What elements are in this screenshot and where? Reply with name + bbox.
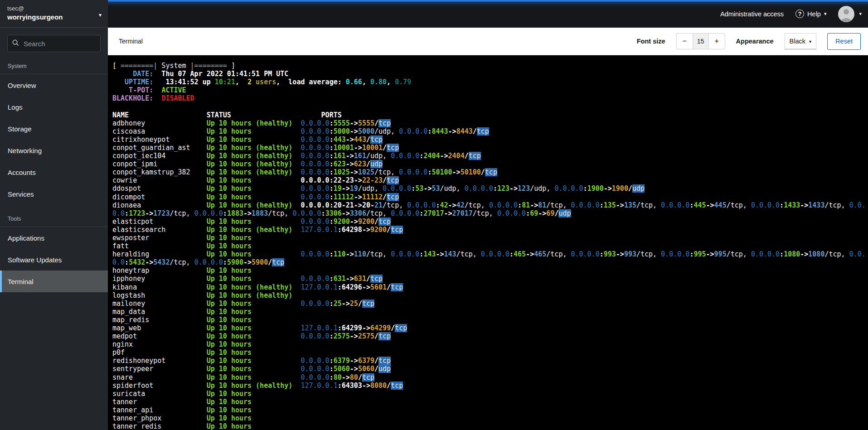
terminal-line: honeytrap Up 10 hours (112, 266, 868, 275)
terminal-line: 0.0:5432->5432/tcp, 0.0.0.0:5900->5900/t… (112, 258, 868, 266)
terminal-line: NAME STATUS PORTS (112, 111, 868, 119)
host-name: worryingsurgeon (7, 13, 101, 22)
terminal-line: T-POT: ACTIVE (112, 86, 868, 94)
sidebar-item-applications[interactable]: Applications (0, 227, 108, 249)
user-name: tsec@ (7, 5, 101, 13)
help-label: Help (807, 10, 821, 18)
terminal-line: suricata Up 10 hours (112, 390, 868, 398)
terminal-line: conpot_ipmi Up 10 hours (healthy) 0.0.0.… (112, 160, 868, 168)
terminal-toolbar: Terminal Font size − 15 + Appearance Bla… (108, 28, 868, 55)
terminal-line: sentrypeer Up 10 hours 0.0.0.0:5060->506… (112, 365, 868, 373)
terminal-line: ciscoasa Up 10 hours 0.0.0.0:5000->5000/… (112, 127, 868, 135)
terminal-line: snare Up 10 hours 0.0.0.0:80->80/tcp (112, 373, 868, 382)
terminal-line: p0f Up 10 hours (112, 348, 868, 357)
terminal-line (112, 102, 868, 111)
sidebar-item-software-updates[interactable]: Software Updates (0, 249, 108, 271)
page-title: Terminal (119, 38, 143, 45)
terminal-line: citrixhoneypot Up 10 hours 0.0.0.0:443->… (112, 135, 868, 144)
font-size-label: Font size (637, 38, 665, 45)
sidebar-item-services[interactable]: Services (0, 183, 108, 205)
chevron-down-icon: ▾ (99, 12, 102, 18)
session-menu[interactable]: ▾ (838, 6, 862, 22)
search-box[interactable] (7, 35, 101, 52)
terminal-line: adbhoney Up 10 hours (healthy) 0.0.0.0:5… (112, 119, 868, 127)
sidebar-item-accounts[interactable]: Accounts (0, 161, 108, 183)
font-size-increase-button[interactable]: + (709, 33, 725, 49)
terminal-line: kibana Up 10 hours (healthy) 127.0.0.1:6… (112, 283, 868, 291)
admin-access-button[interactable]: Administrative access (720, 10, 784, 18)
terminal-line: tanner_redis Up 10 hours (112, 422, 868, 430)
avatar (838, 6, 854, 22)
terminal-line: tanner_phpox Up 10 hours (112, 414, 868, 422)
terminal-line: ipphoney Up 10 hours 0.0.0.0:631->631/tc… (112, 275, 868, 283)
search-input[interactable] (23, 39, 96, 48)
help-menu[interactable]: ? Help ▾ (795, 10, 826, 18)
terminal-line: map_redis Up 10 hours (112, 316, 868, 324)
sidebar-item-label: Software Updates (8, 256, 62, 264)
terminal-line: tanner Up 10 hours (112, 398, 868, 406)
sidebar-item-label: Logs (8, 103, 23, 111)
sidebar-item-label: Accounts (8, 169, 36, 176)
terminal-line: dicompot Up 10 hours 0.0.0.0:11112->1111… (112, 193, 868, 201)
terminal-line: 0.0:1723->1723/tcp, 0.0.0.0:1883->1883/t… (112, 209, 868, 217)
terminal-line: dionaea Up 10 hours (healthy) 0.0.0.0:20… (112, 201, 868, 209)
font-size-decrease-button[interactable]: − (676, 33, 693, 49)
terminal-line: BLACKHOLE: DISABLED (112, 94, 868, 102)
terminal-line: UPTIME: 13:41:52 up 10:21, 2 users, load… (112, 78, 868, 86)
terminal-line: nginx Up 10 hours (112, 340, 868, 348)
sidebar: tsec@ worryingsurgeon ▾ SystemOverviewLo… (0, 0, 108, 430)
terminal-line: cowrie Up 10 hours 0.0.0.0:22-23->22-23/… (112, 176, 868, 184)
sidebar-item-networking[interactable]: Networking (0, 140, 108, 161)
chevron-down-icon: ▾ (809, 39, 811, 44)
sidebar-item-storage[interactable]: Storage (0, 118, 108, 140)
sidebar-section-label: Tools (0, 216, 108, 222)
terminal-pane[interactable]: [ ========| System |======== ] DATE: Thu… (108, 56, 868, 430)
reset-button[interactable]: Reset (827, 33, 861, 50)
terminal-line: mailoney Up 10 hours 0.0.0.0:25->25/tcp (112, 300, 868, 308)
sidebar-item-terminal[interactable]: Terminal (0, 271, 108, 292)
chevron-down-icon: ▾ (859, 11, 862, 17)
terminal-line: heralding Up 10 hours 0.0.0.0:110->110/t… (112, 250, 868, 258)
terminal-line: tanner_api Up 10 hours (112, 406, 868, 414)
terminal-line: ewsposter Up 10 hours (112, 234, 868, 242)
search-icon (12, 39, 19, 48)
terminal-line: DATE: Thu 07 Apr 2022 01:41:51 PM UTC (112, 70, 868, 78)
terminal-line: spiderfoot Up 10 hours (healthy) 127.0.0… (112, 382, 868, 390)
appearance-select[interactable]: Black ▾ (785, 33, 817, 49)
sidebar-section-label: System (0, 63, 108, 69)
terminal-line: conpot_iec104 Up 10 hours (healthy) 0.0.… (112, 152, 868, 160)
terminal-line: ddospot Up 10 hours 0.0.0.0:19->19/udp, … (112, 184, 868, 193)
sidebar-item-logs[interactable]: Logs (0, 96, 108, 118)
terminal-line: fatt Up 10 hours (112, 242, 868, 250)
terminal-line: map_web Up 10 hours 127.0.0.1:64299->642… (112, 324, 868, 332)
sidebar-item-label: Overview (8, 82, 36, 89)
user-menu[interactable]: tsec@ worryingsurgeon ▾ (0, 0, 108, 28)
sidebar-item-label: Networking (8, 147, 42, 155)
masthead: Administrative access ? Help ▾ ▾ (108, 0, 868, 28)
sidebar-item-label: Services (8, 190, 34, 198)
sidebar-item-label: Storage (8, 125, 32, 133)
font-size-value[interactable]: 15 (693, 33, 709, 49)
terminal-line: [ ========| System |======== ] (112, 62, 868, 70)
appearance-label: Appearance (736, 38, 774, 45)
terminal-output[interactable]: [ ========| System |======== ] DATE: Thu… (112, 62, 868, 430)
font-size-stepper: − 15 + (676, 33, 725, 49)
terminal-line: map_data Up 10 hours (112, 308, 868, 316)
terminal-line: elasticpot Up 10 hours 0.0.0.0:9200->920… (112, 217, 868, 226)
terminal-line: redishoneypot Up 10 hours 0.0.0.0:6379->… (112, 357, 868, 365)
terminal-line: medpot Up 10 hours 0.0.0.0:2575->2575/tc… (112, 332, 868, 340)
help-icon: ? (795, 10, 804, 18)
chevron-down-icon: ▾ (824, 11, 827, 17)
sidebar-item-label: Applications (8, 234, 44, 242)
appearance-value: Black (790, 38, 805, 45)
terminal-line: elasticsearch Up 10 hours (healthy) 127.… (112, 226, 868, 234)
terminal-line: conpot_guardian_ast Up 10 hours (healthy… (112, 144, 868, 152)
sidebar-item-overview[interactable]: Overview (0, 74, 108, 96)
sidebar-item-label: Terminal (8, 278, 34, 285)
terminal-line: logstash Up 10 hours (healthy) (112, 291, 868, 300)
sidebar-nav: SystemOverviewLogsStorageNetworkingAccou… (0, 63, 108, 292)
terminal-line: conpot_kamstrup_382 Up 10 hours (healthy… (112, 168, 868, 176)
